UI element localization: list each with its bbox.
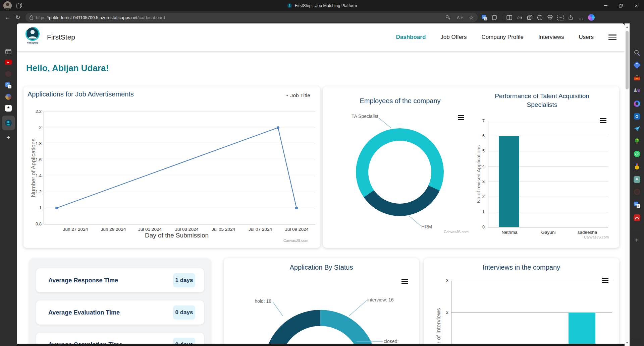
address-bar[interactable]: https://polite-forest-041105700.5.azures…: [25, 13, 478, 22]
password-key-icon[interactable]: [445, 15, 451, 20]
y-tick: 6: [475, 134, 485, 138]
firststep-logo-icon: [25, 27, 40, 41]
bar-nethma[interactable]: [499, 136, 519, 227]
status-chart-card: Application By Status hold: 18 interview…: [224, 258, 419, 346]
y-tick: 7: [475, 119, 485, 123]
stat-label: Average Evaluation Time: [48, 309, 120, 316]
restore-button[interactable]: [613, 0, 629, 11]
scroll-down-arrow[interactable]: ▼: [625, 340, 630, 345]
back-button[interactable]: ←: [3, 12, 13, 22]
status-chart-menu-icon[interactable]: [401, 279, 408, 284]
y-axis-title: Number of Interviews: [435, 308, 442, 346]
sidebar-divider: [633, 228, 641, 228]
window-title: FirstStep - Job Matching Platform: [295, 3, 357, 8]
donut-label-ta-specialist: TA Specialist: [336, 114, 378, 119]
share-icon[interactable]: [568, 15, 574, 20]
scrollbar-thumb[interactable]: [626, 31, 629, 89]
sidebar-add-plus-icon[interactable]: +: [635, 236, 639, 244]
stat-card-evaluation-time: Average Evaluation Time 0 days: [36, 300, 204, 325]
web-capture-icon[interactable]: ✂: [557, 15, 564, 20]
copilot-icon[interactable]: [588, 14, 595, 21]
canvasjs-watermark[interactable]: CanvasJS.com: [584, 235, 609, 239]
new-tab-plus-icon[interactable]: +: [6, 134, 10, 142]
shopping-tag-icon[interactable]: [633, 61, 641, 69]
refresh-button[interactable]: ↻: [13, 12, 23, 22]
nav-item-job-offers[interactable]: Job Offers: [440, 34, 467, 41]
canvasjs-watermark[interactable]: CanvasJS.com: [283, 238, 308, 243]
leader-line: [347, 298, 368, 318]
x-category: sadeesha: [574, 230, 601, 235]
rewards-medal-icon[interactable]: [634, 163, 640, 171]
split-screen-icon[interactable]: [506, 15, 512, 20]
canvasjs-watermark[interactable]: CanvasJS.com: [444, 230, 469, 234]
youtube-icon[interactable]: ▶: [5, 60, 12, 65]
drop-paper-plane-icon[interactable]: [634, 126, 640, 133]
donut-label-interview: interview: 16: [367, 297, 394, 302]
interviews-bar[interactable]: [569, 313, 595, 346]
greeting-text: Hello, Abijan Udara!: [26, 63, 109, 73]
sphere-shortcut-icon[interactable]: [5, 94, 11, 100]
favorite-star-icon[interactable]: ☆: [469, 14, 474, 21]
nav-item-interviews[interactable]: Interviews: [538, 34, 564, 41]
games-icon[interactable]: ♟♛: [633, 87, 641, 93]
microsoft-365-icon[interactable]: [634, 100, 640, 107]
stat-label: Average Response Time: [48, 277, 118, 284]
workspace-rail: ▶ G a * +: [0, 23, 17, 346]
translate-icon[interactable]: G a: [482, 15, 487, 20]
extensions-icon[interactable]: [492, 15, 497, 20]
sidebar-search-icon[interactable]: [634, 50, 640, 57]
interviews-chart-card: Interviews in the company 3 2 Number of …: [424, 258, 619, 346]
stat-card-response-time: Average Response Time 1 days: [36, 268, 204, 292]
minimize-button[interactable]: [598, 0, 613, 11]
site-shortcut-dark-icon[interactable]: [5, 71, 11, 77]
performance-chart-menu-icon[interactable]: [600, 118, 606, 123]
logo-caption: FirstStep: [27, 41, 38, 44]
svg-text:A: A: [457, 15, 460, 20]
y-tick: 2: [441, 310, 448, 315]
browser-window-icon[interactable]: [5, 49, 11, 56]
url-text[interactable]: https://polite-forest-041105700.5.azures…: [36, 15, 165, 20]
nav-item-dashboard[interactable]: Dashboard: [396, 34, 426, 41]
browser-essentials-icon[interactable]: [547, 15, 553, 20]
close-button[interactable]: ×: [629, 0, 644, 11]
leader-line: [408, 215, 422, 227]
donut-label-hold: hold: 18: [243, 298, 271, 304]
browser-toolbar: ← ↻ https://polite-forest-041105700.5.az…: [0, 11, 644, 24]
more-options-icon[interactable]: …: [578, 15, 584, 20]
firststep-logo[interactable]: FirstStep: [25, 27, 40, 44]
svg-text:☆: ☆: [517, 15, 520, 20]
leader-line: [357, 340, 383, 343]
outlook-icon[interactable]: O: [634, 113, 640, 120]
page-scrollbar[interactable]: ▲ ▼: [625, 23, 630, 346]
active-tab[interactable]: FirstStep - Job Matching Platform: [287, 0, 357, 11]
interviews-chart-menu-icon[interactable]: [602, 278, 608, 283]
nav-item-users[interactable]: Users: [579, 34, 594, 41]
google-translate-icon[interactable]: G a: [5, 82, 11, 88]
stat-value-badge: 0 days: [173, 305, 195, 320]
tools-toolbox-icon[interactable]: [634, 75, 640, 82]
window-bottom-edge: [17, 344, 625, 346]
acrobat-icon[interactable]: [634, 214, 640, 221]
read-aloud-icon[interactable]: A: [457, 15, 463, 20]
tree-game-icon[interactable]: [634, 138, 640, 146]
site-security-lock-icon[interactable]: [30, 15, 33, 20]
favorites-list-icon[interactable]: ☆: [517, 15, 523, 20]
collections-icon[interactable]: [527, 15, 533, 20]
workspaces-icon[interactable]: [16, 2, 22, 10]
nav-hamburger-icon[interactable]: [608, 34, 616, 40]
donut-label-closed: closed:: [384, 339, 398, 344]
x-category: Gayuni: [535, 230, 562, 235]
chatgpt-sidebar-icon[interactable]: *: [634, 176, 640, 183]
history-icon[interactable]: [537, 15, 543, 20]
active-site-firststep-icon[interactable]: [2, 116, 15, 130]
whatsapp-icon[interactable]: [634, 151, 640, 157]
scroll-up-arrow[interactable]: ▲: [625, 24, 630, 29]
browser-title-bar: FirstStep - Job Matching Platform ×: [0, 0, 644, 11]
browser-profile-avatar[interactable]: [3, 1, 12, 10]
google-translate-sidebar-icon[interactable]: G a: [634, 202, 640, 208]
company-charts-card: Employees of the company TA Specialist H…: [323, 86, 619, 248]
nav-item-company-profile[interactable]: Company Profile: [481, 34, 524, 41]
employees-chart-menu-icon[interactable]: [458, 115, 464, 120]
dark-site-icon[interactable]: [634, 189, 640, 195]
chatgpt-icon[interactable]: *: [5, 105, 12, 112]
